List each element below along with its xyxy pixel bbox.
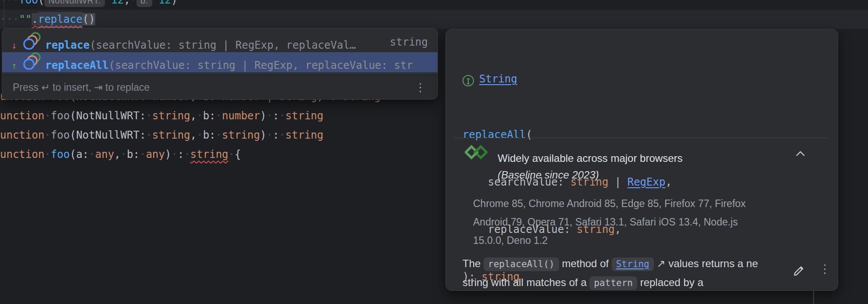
code-line-impl: unction·foo(a:·any,·b:·any)·:·string·{ bbox=[0, 145, 241, 164]
completion-return-type: string bbox=[390, 32, 428, 52]
baseline-subtitle: (Baseline since 2023) bbox=[498, 169, 599, 181]
edit-pencil-icon[interactable] bbox=[793, 263, 807, 279]
arrow-up-icon: ↑ bbox=[8, 56, 20, 73]
documentation-popup: IString replaceAll( searchValue: string … bbox=[445, 29, 838, 291]
kebab-menu-icon[interactable]: ⋮ bbox=[819, 261, 831, 277]
baseline-title: Widely available across major browsers bbox=[498, 152, 682, 165]
interface-icon: I bbox=[463, 75, 474, 86]
chevron-up-icon[interactable] bbox=[796, 150, 805, 158]
completion-name: replace bbox=[45, 39, 90, 51]
code-line-call: ···foo(NotNullWRT: 12,·b: 12) bbox=[0, 0, 178, 10]
signature-line: replaceAll( bbox=[463, 127, 672, 143]
code-line-overload-2: unction·foo(NotNullWRT:·string,·b:·strin… bbox=[0, 125, 323, 145]
doc-description: The replaceAll() method of String ↗ valu… bbox=[463, 254, 796, 291]
method-icon bbox=[22, 32, 42, 52]
completion-signature: (searchValue: string | RegExp, replaceVa… bbox=[109, 59, 413, 72]
method-icon bbox=[22, 52, 42, 72]
completion-item-replaceall[interactable]: ↑ replaceAll(searchValue: string | RegEx… bbox=[2, 52, 438, 72]
completion-footer: Press ↵ to insert, ⇥ to replace ⋮ bbox=[2, 75, 438, 99]
completion-item-replace[interactable]: ↓ replace(searchValue: string | RegExp, … bbox=[2, 32, 438, 52]
browser-line: Chrome 85, Chrome Android 85, Edge 85, F… bbox=[473, 194, 820, 213]
description-line: The replaceAll() method of String ↗ valu… bbox=[463, 254, 796, 273]
completion-popup: ↓ replace(searchValue: string | RegExp, … bbox=[2, 28, 438, 100]
scrollbar-track-edge bbox=[813, 291, 814, 304]
code-line-overload-1: unction·foo(NotNullWRT:·string,·b:·numbe… bbox=[0, 106, 323, 125]
completion-signature: (searchValue: string | RegExp, replaceVa… bbox=[90, 39, 356, 51]
browser-support-list: Chrome 85, Chrome Android 85, Edge 85, F… bbox=[473, 194, 820, 250]
divider bbox=[454, 138, 829, 138]
caret-row-highlight bbox=[0, 10, 868, 29]
completion-name: replaceAll bbox=[45, 59, 109, 72]
kebab-menu-icon[interactable]: ⋮ bbox=[415, 75, 426, 99]
arrow-down-icon: ↓ bbox=[8, 36, 20, 53]
baseline-icon bbox=[465, 144, 488, 162]
doc-header: IString bbox=[463, 72, 517, 86]
description-line: string with all matches of a pattern rep… bbox=[463, 273, 796, 291]
string-type-link[interactable]: String bbox=[479, 73, 517, 85]
browser-line: Android 79, Opera 71, Safari 13.1, Safar… bbox=[473, 213, 820, 231]
browser-line: 15.0.0, Deno 1.2 bbox=[473, 231, 820, 250]
code-line-edit: ···"".replace() bbox=[0, 10, 95, 29]
completion-hint: Press ↵ to insert, ⇥ to replace bbox=[13, 75, 150, 99]
